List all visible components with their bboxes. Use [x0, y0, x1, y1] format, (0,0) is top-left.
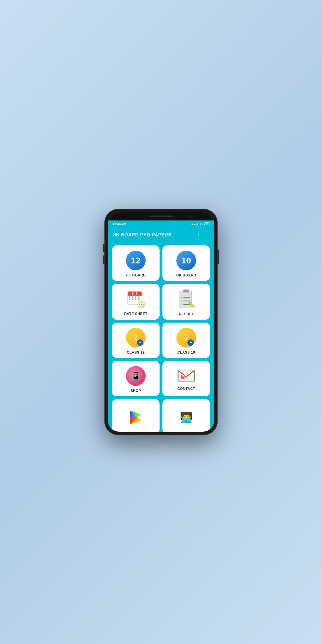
- 12-uk-board-icon: 12: [126, 251, 146, 270]
- 10-uk-board-label: UK BOARD: [176, 273, 196, 277]
- class-12-label: CLASS 12: [127, 350, 144, 354]
- date-sheet-icon: 🕐: [126, 289, 146, 309]
- contact-icon: M: [176, 368, 196, 384]
- menu-button[interactable]: ⋮: [205, 232, 209, 238]
- speaker: [149, 216, 173, 217]
- card-12-uk-board[interactable]: 12 UK BOARD: [112, 245, 160, 281]
- shop-label: SHOP: [131, 389, 141, 393]
- card-contact[interactable]: M CONTACT: [162, 361, 210, 396]
- class-12-icon: Q A 💬: [126, 328, 146, 348]
- class-10-label: CLASS 10: [177, 350, 195, 354]
- share-button[interactable]: ⋮: [196, 232, 201, 238]
- card-10-uk-board[interactable]: 10 UK BOARD: [162, 245, 210, 281]
- wifi-icon: 4G: [200, 222, 203, 225]
- power-button: [218, 249, 219, 264]
- status-icons: ▲▲▲ 4G 68: [191, 222, 209, 226]
- volume-up-button: [103, 244, 104, 252]
- card-class-10[interactable]: Q A 💬 CLASS 10: [162, 323, 210, 358]
- card-play-store[interactable]: [112, 399, 160, 432]
- status-time: 11:34 AM: [113, 222, 126, 226]
- play-store-icon: [126, 408, 146, 427]
- class-10-icon: Q A 💬: [176, 328, 196, 348]
- camera-bar: [108, 212, 214, 220]
- contact-label: CONTACT: [177, 387, 195, 391]
- card-result[interactable]: ✓ ✓ ✓: [162, 284, 210, 320]
- camera-dot: [189, 215, 191, 218]
- 12-uk-board-label: UK BOARD: [126, 273, 146, 277]
- main-content: 12 UK BOARD 10 UK BOARD: [108, 243, 214, 432]
- app-bar: UK BOARD PYQ PAPERS ⋮ ⋮: [108, 227, 214, 243]
- app-bar-actions: ⋮ ⋮: [196, 232, 209, 238]
- card-developer[interactable]: 👨‍💻: [162, 399, 210, 432]
- developer-icon: 👨‍💻: [176, 408, 196, 427]
- card-shop[interactable]: 📱 SHOP: [112, 361, 160, 396]
- svg-text:M: M: [180, 373, 186, 381]
- card-date-sheet[interactable]: 🕐 DATE SHEET: [112, 284, 160, 320]
- shop-icon: 📱: [126, 366, 146, 386]
- card-class-12[interactable]: Q A 💬 CLASS 12: [112, 323, 160, 358]
- phone-screen: 11:34 AM ▲▲▲ 4G 68 UK BOARD PYQ PAPERS ⋮…: [108, 212, 214, 432]
- result-icon: ✓ ✓ ✓: [176, 289, 196, 309]
- app-title: UK BOARD PYQ PAPERS: [113, 232, 171, 238]
- volume-down-button: [103, 255, 104, 264]
- battery-icon: 68: [205, 222, 209, 226]
- status-bar: 11:34 AM ▲▲▲ 4G 68: [108, 220, 214, 227]
- menu-grid: 12 UK BOARD 10 UK BOARD: [112, 245, 210, 432]
- signal-icon: ▲▲▲: [191, 222, 199, 225]
- 10-uk-board-icon: 10: [176, 251, 196, 270]
- phone-frame: 11:34 AM ▲▲▲ 4G 68 UK BOARD PYQ PAPERS ⋮…: [104, 209, 218, 435]
- result-label: RESULT: [179, 312, 193, 316]
- date-sheet-label: DATE SHEET: [124, 312, 147, 316]
